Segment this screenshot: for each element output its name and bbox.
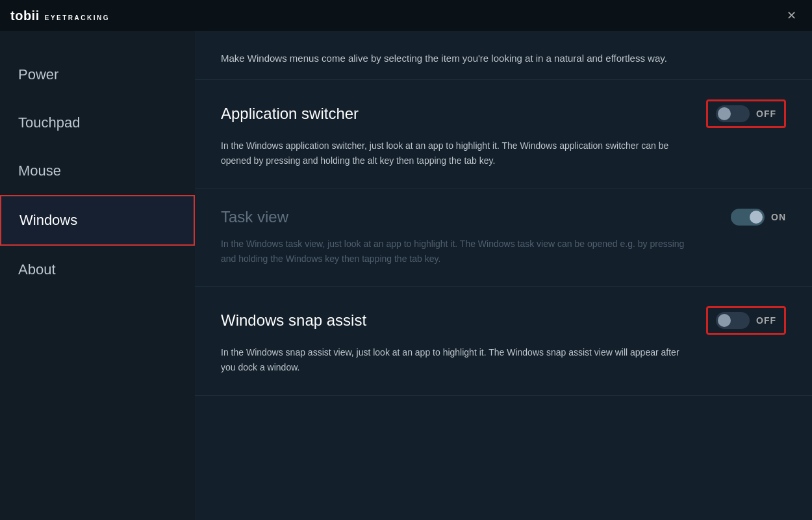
section-title-windows-snap-assist: Windows snap assist (221, 311, 366, 330)
logo-eyetracking: EYETRACKING (45, 14, 110, 21)
intro-text: Make Windows menus come alive by selecti… (221, 51, 689, 66)
toggle-knob-windows-snap-assist (718, 314, 731, 327)
section-desc-task-view: In the Windows task view, just look at a… (221, 237, 689, 266)
section-application-switcher: Application switcherOFFIn the Windows ap… (195, 80, 812, 188)
toggle-container-application-switcher[interactable]: OFF (706, 99, 786, 128)
toggle-switch-windows-snap-assist[interactable] (716, 312, 750, 329)
toggle-switch-task-view[interactable] (731, 209, 765, 226)
sidebar-item-about[interactable]: About (0, 246, 195, 294)
section-task-view: Task viewONIn the Windows task view, jus… (195, 188, 812, 287)
section-title-application-switcher: Application switcher (221, 105, 359, 123)
section-row-windows-snap-assist: Windows snap assistOFF (221, 306, 786, 335)
close-button[interactable]: ✕ (781, 5, 802, 26)
section-title-task-view: Task view (221, 208, 288, 226)
titlebar: tobii EYETRACKING ✕ (0, 0, 812, 31)
toggle-knob-application-switcher (718, 107, 731, 120)
toggle-label-application-switcher: OFF (756, 109, 776, 119)
sidebar-item-touchpad[interactable]: Touchpad (0, 99, 195, 147)
content-area: Make Windows menus come alive by selecti… (195, 31, 812, 520)
toggle-label-task-view: ON (771, 212, 786, 222)
section-desc-application-switcher: In the Windows application switcher, jus… (221, 138, 689, 168)
toggle-switch-application-switcher[interactable] (716, 105, 750, 122)
toggle-container-windows-snap-assist[interactable]: OFF (706, 306, 786, 335)
toggle-knob-task-view (750, 211, 763, 224)
app-logo: tobii EYETRACKING (10, 8, 110, 23)
section-desc-windows-snap-assist: In the Windows snap assist view, just lo… (221, 345, 689, 375)
sidebar-item-mouse[interactable]: Mouse (0, 147, 195, 195)
logo-tobii: tobii (10, 8, 40, 23)
sidebar-item-power[interactable]: Power (0, 51, 195, 99)
section-row-task-view: Task viewON (221, 208, 786, 226)
intro-section: Make Windows menus come alive by selecti… (195, 31, 812, 80)
sidebar: PowerTouchpadMouseWindowsAbout (0, 31, 195, 520)
section-windows-snap-assist: Windows snap assistOFFIn the Windows sna… (195, 287, 812, 395)
main-layout: PowerTouchpadMouseWindowsAbout Make Wind… (0, 31, 812, 520)
sidebar-item-windows[interactable]: Windows (0, 195, 195, 246)
toggle-label-windows-snap-assist: OFF (756, 315, 776, 326)
section-row-application-switcher: Application switcherOFF (221, 99, 786, 128)
toggle-container-task-view[interactable]: ON (731, 209, 786, 226)
